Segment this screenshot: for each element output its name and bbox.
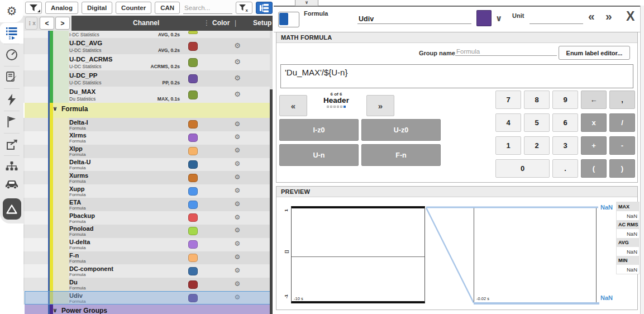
channel-row[interactable]: Du_MAXDu StatisticsMAX, 0.1s⚙ (23, 87, 273, 103)
sidebar-item-export[interactable] (0, 134, 23, 155)
collapse-panel-tab[interactable]: ∨ (295, 0, 318, 6)
column-header-color[interactable]: Color (212, 19, 230, 27)
channel-row[interactable]: UdivFormula⚙ (23, 291, 273, 305)
search-input[interactable] (183, 2, 232, 14)
color-swatch[interactable] (188, 160, 198, 169)
color-swatch[interactable] (188, 187, 198, 196)
sidebar-item-settings[interactable]: ⚙ (0, 0, 23, 22)
filter-can-button[interactable]: CAN (155, 2, 180, 14)
channel-row[interactable]: XIrmsFormula⚙ (23, 131, 273, 145)
variable-key-U-n[interactable]: U-n (279, 144, 359, 166)
channel-name-input[interactable] (357, 15, 471, 24)
setup-gear-icon[interactable]: ⚙ (231, 173, 244, 181)
column-header-channel[interactable]: Channel (133, 19, 159, 27)
setup-gear-icon[interactable]: ⚙ (231, 160, 244, 168)
channel-row[interactable]: XurmsFormula⚙ (23, 171, 273, 184)
keypad-prev-page-button[interactable]: « (279, 95, 307, 116)
channel-row[interactable]: ETAFormula⚙ (23, 198, 273, 211)
channel-row[interactable]: Delta-UFormula⚙ (23, 158, 273, 172)
key-x[interactable]: x (581, 113, 607, 132)
setup-gear-icon[interactable]: ⚙ (231, 240, 244, 248)
color-swatch[interactable] (188, 280, 198, 289)
key-5[interactable]: 5 (524, 113, 550, 132)
channel-row[interactable]: XIppFormula⚙ (23, 145, 273, 158)
filter-menu-button[interactable] (25, 2, 42, 14)
color-swatch[interactable] (188, 147, 198, 155)
key-3[interactable]: 3 (552, 136, 578, 155)
channel-color-swatch[interactable] (476, 10, 492, 26)
group-header-row[interactable]: ∨Formula (23, 103, 273, 118)
key-0[interactable]: 0 (495, 159, 550, 178)
channel-row[interactable]: XuppFormula⚙ (23, 184, 273, 198)
variable-key-F-n[interactable]: F-n (361, 144, 441, 166)
next-column-button[interactable]: > (55, 17, 70, 30)
sidebar-item-vehicle[interactable] (0, 174, 23, 194)
color-swatch[interactable] (188, 91, 198, 99)
setup-gear-icon[interactable]: ⚙ (231, 146, 244, 154)
remove-column-button[interactable]: ⋮x (25, 17, 37, 30)
color-swatch[interactable] (188, 42, 198, 51)
filter-counter-button[interactable]: Counter (116, 2, 151, 14)
key-7[interactable]: 7 (495, 91, 521, 109)
setup-gear-icon[interactable]: ⚙ (231, 133, 244, 141)
scrollbar-thumb[interactable] (270, 89, 273, 314)
channel-row[interactable]: U-deltaFormula⚙ (23, 238, 273, 251)
color-swatch[interactable] (188, 240, 198, 249)
key--[interactable]: - (609, 136, 635, 155)
channel-row[interactable]: U-DC_ACRMSU-DC StatisticsACRMS, 0.2s⚙ (23, 54, 273, 70)
sidebar-item-alerts[interactable] (0, 197, 23, 221)
color-swatch[interactable] (188, 201, 198, 209)
variable-key-U-z0[interactable]: U-z0 (361, 119, 441, 141)
sidebar-item-measure[interactable] (0, 44, 23, 65)
formula-input[interactable]: 'Du_MAX'/${U-n} (280, 64, 633, 88)
setup-gear-icon[interactable]: ⚙ (231, 213, 244, 221)
editor-scrollbar[interactable] (640, 6, 644, 314)
unit-input[interactable] (529, 15, 583, 24)
close-button[interactable]: X (626, 9, 635, 23)
filter-digital-button[interactable]: Digital (82, 2, 112, 14)
chevron-down-icon[interactable]: ∨ (53, 105, 58, 112)
key-)[interactable]: ) (609, 159, 635, 178)
setup-gear-icon[interactable]: ⚙ (231, 200, 244, 208)
column-header-setup[interactable]: Setup (253, 19, 271, 27)
channel-tree-view-button[interactable] (256, 2, 273, 14)
setup-gear-icon[interactable]: ⚙ (231, 74, 244, 82)
setup-gear-icon[interactable]: ⚙ (231, 226, 244, 234)
column-grip-icon[interactable]: ⋮ (203, 19, 210, 27)
setup-gear-icon[interactable]: ⚙ (231, 187, 244, 194)
prev-channel-button[interactable]: « (588, 9, 595, 23)
chevron-down-icon[interactable]: ∨ (53, 307, 58, 314)
sidebar-item-power[interactable] (0, 89, 23, 110)
key-6[interactable]: 6 (552, 113, 578, 132)
channel-row[interactable]: Delta-IFormula⚙ (23, 118, 273, 131)
channel-row[interactable]: DuFormula⚙ (23, 278, 273, 291)
setup-gear-icon[interactable]: ⚙ (231, 41, 244, 50)
key-/[interactable]: / (609, 113, 635, 132)
prev-column-button[interactable]: < (40, 17, 54, 30)
key-2[interactable]: 2 (524, 136, 550, 155)
color-swatch[interactable] (188, 254, 198, 262)
channel-list-scrollbar[interactable] (270, 31, 273, 314)
key-4[interactable]: 4 (495, 113, 521, 132)
enum-label-editor-button[interactable]: Enum label editor... (559, 46, 630, 60)
setup-gear-icon[interactable]: ⚙ (231, 120, 244, 128)
setup-gear-icon[interactable]: ⚙ (231, 253, 244, 261)
color-swatch[interactable] (188, 31, 198, 34)
key-+[interactable]: + (581, 136, 607, 155)
channel-row[interactable]: U-DC_AVGU-DC StatisticsAVG, 0.2s⚙ (23, 38, 273, 54)
channel-row[interactable]: F-nFormula⚙ (23, 251, 273, 265)
color-swatch[interactable] (188, 174, 198, 182)
channel-enable-toggle[interactable] (278, 12, 299, 27)
setup-gear-icon[interactable]: ⚙ (231, 58, 244, 66)
key-8[interactable]: 8 (524, 91, 550, 109)
group-header-row[interactable]: ∨Power Groups (23, 305, 273, 314)
key-,[interactable]: , (609, 91, 635, 109)
key-9[interactable]: 9 (552, 91, 578, 109)
channel-row[interactable]: PnoloadFormula⚙ (23, 225, 273, 238)
sidebar-item-events[interactable] (0, 111, 23, 132)
sidebar-item-channels[interactable] (0, 23, 23, 44)
group-name-input[interactable] (455, 47, 557, 56)
color-swatch[interactable] (188, 213, 198, 222)
color-swatch[interactable] (188, 134, 198, 142)
channel-row[interactable]: I-DC StatisticsAVG, 0.2s (23, 31, 273, 38)
